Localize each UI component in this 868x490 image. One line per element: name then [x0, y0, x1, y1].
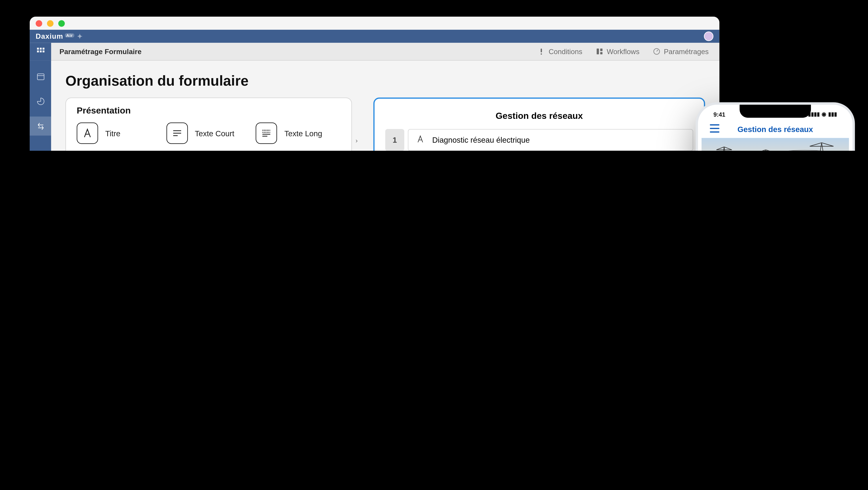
window-titlebar [30, 17, 719, 30]
sidebar-calendar-icon[interactable] [30, 67, 51, 86]
toolbar: Paramétrage Formulaire Conditions Workfl… [30, 43, 719, 61]
brand-text: Daxium [36, 32, 63, 40]
workflows-label: Workflows [607, 47, 640, 56]
svg-rect-8 [596, 49, 599, 55]
avatar[interactable] [704, 32, 713, 41]
presentation-card: Présentation Titre Texte Court Texte Lon… [65, 97, 352, 151]
apps-grid-icon[interactable] [30, 42, 51, 60]
svg-rect-0 [37, 48, 38, 50]
sidebar [30, 61, 51, 151]
lines-long-icon [260, 127, 273, 139]
breadcrumb: Paramétrage Formulaire [59, 47, 142, 56]
app-window: DaxiumAir ✦ Paramétrage Formulaire Condi… [30, 17, 719, 151]
page-title: Organisation du formulaire [65, 72, 705, 89]
parametrages-label: Paramétrages [664, 47, 709, 56]
row-number: 1 [385, 129, 404, 151]
svg-rect-4 [39, 51, 41, 52]
row-icon [415, 134, 425, 146]
toolbar-settings[interactable]: Paramétrages [653, 47, 709, 56]
exclamation-icon [537, 48, 545, 55]
toolbar-workflows[interactable]: Workflows [595, 47, 639, 56]
close-dot[interactable] [36, 20, 42, 27]
phone-time: 9:41 [713, 111, 725, 118]
svg-point-7 [540, 53, 542, 55]
row-label: Diagnostic réseau électrique [432, 135, 530, 145]
preview-title: Gestion des réseaux [385, 111, 693, 121]
topbar: DaxiumAir ✦ [30, 30, 719, 43]
chevron-right-icon[interactable]: › [355, 136, 363, 144]
hero-image [702, 138, 849, 151]
item-texte-long[interactable]: Texte Long [256, 123, 341, 144]
svg-rect-6 [540, 49, 542, 53]
phone-indicators: ▮▮▮▮ ◉ ▮▮▮ [808, 111, 837, 117]
toolbar-conditions[interactable]: Conditions [537, 47, 582, 56]
svg-rect-5 [42, 51, 44, 52]
mobile-header-title: Gestion des réseaux [738, 124, 813, 133]
svg-rect-9 [600, 49, 602, 51]
svg-rect-1 [39, 48, 41, 50]
workflow-icon [595, 48, 603, 55]
maximize-dot[interactable] [58, 20, 65, 27]
svg-rect-3 [37, 51, 38, 52]
lines-short-icon [171, 127, 183, 139]
mobile-header: Gestion des réseaux [702, 120, 849, 138]
sidebar-form-icon[interactable] [30, 117, 51, 136]
svg-rect-12 [37, 73, 44, 80]
battery-icon: ▮▮▮ [828, 111, 837, 117]
svg-rect-10 [600, 52, 602, 54]
item-titre[interactable]: Titre [76, 123, 161, 144]
brand: DaxiumAir ✦ [36, 32, 83, 40]
preview-row[interactable]: 1Diagnostic réseau électrique [385, 129, 693, 151]
svg-rect-2 [42, 48, 44, 50]
sidebar-chart-icon[interactable] [30, 92, 51, 111]
form-preview: Gestion des réseaux 1Diagnostic réseau é… [373, 97, 705, 151]
brand-suffix: Air [65, 33, 74, 37]
text-a-icon [82, 127, 93, 139]
row-cell[interactable]: Diagnostic réseau électrique [408, 129, 693, 151]
hamburger-icon[interactable] [710, 124, 719, 132]
phone-notch [740, 105, 811, 118]
phone-mock: 9:41 ▮▮▮▮ ◉ ▮▮▮ Gestion des réseaux [696, 102, 855, 151]
presentation-title: Présentation [76, 105, 341, 115]
minimize-dot[interactable] [47, 20, 54, 27]
conditions-label: Conditions [549, 47, 582, 56]
gauge-icon [653, 48, 660, 55]
wifi-icon: ◉ [822, 111, 826, 117]
item-texte-court[interactable]: Texte Court [166, 123, 251, 144]
